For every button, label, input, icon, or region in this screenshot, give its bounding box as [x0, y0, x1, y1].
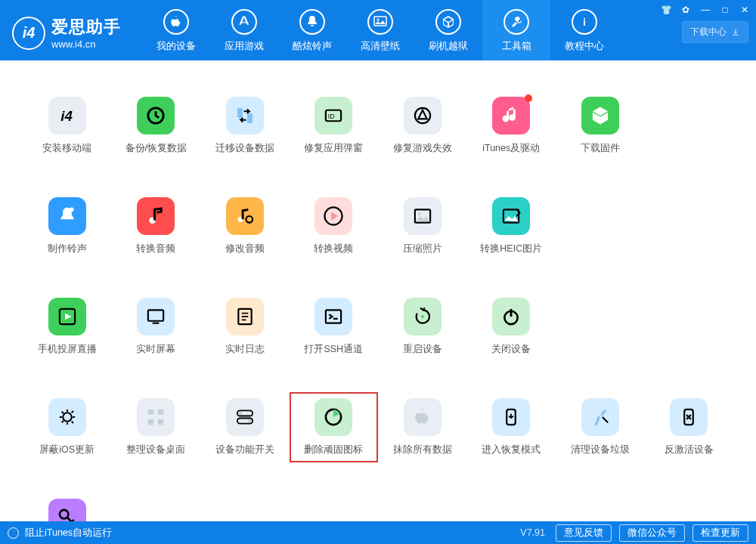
tool-transfer[interactable]: 迁移设备数据 [200, 91, 290, 161]
tool-box[interactable]: 下载固件 [556, 91, 645, 161]
screen-icon [137, 298, 175, 335]
tool-appleid[interactable]: 修复应用弹窗 [290, 91, 379, 161]
clock-icon [137, 97, 175, 134]
tool-label: 压缩照片 [403, 243, 442, 255]
nav-label: 应用游戏 [225, 39, 264, 53]
tool-label: 反激活设备 [665, 444, 714, 456]
tool-label: 制作铃声 [48, 243, 87, 255]
appstore-icon [231, 9, 257, 35]
tool-label: 转换音频 [136, 243, 175, 255]
tool-label: 实时屏幕 [136, 343, 175, 356]
window-controls: 👕 ✿ — □ ✕ [659, 3, 751, 17]
tool-key[interactable]: 访问限制 [23, 493, 112, 521]
tool-label: 进入恢复模式 [482, 444, 541, 456]
tool-recover[interactable]: 进入恢复模式 [467, 392, 556, 462]
download-icon [731, 28, 740, 37]
minimize-icon[interactable]: — [699, 3, 712, 17]
tool-pie[interactable]: 删除顽固图标 [290, 392, 379, 462]
tool-log[interactable]: 实时日志 [200, 292, 290, 362]
tool-appstore2[interactable]: 修复游戏失效 [378, 91, 467, 161]
tool-deact[interactable]: 反激活设备 [645, 392, 734, 462]
tool-restart[interactable]: 重启设备 [378, 292, 467, 362]
nav-label: 刷机越狱 [429, 39, 468, 53]
gearblock-icon [48, 398, 86, 436]
tool-grid[interactable]: 整理设备桌面 [112, 392, 201, 462]
switches-icon [226, 398, 264, 436]
tool-cast[interactable]: 手机投屏直播 [23, 292, 112, 362]
check-update-button[interactable]: 检查更新 [692, 524, 748, 542]
nav-info[interactable]: 教程中心 [550, 0, 618, 60]
tool-label: 迁移设备数据 [215, 142, 274, 155]
image-icon [404, 197, 442, 235]
tool-play[interactable]: 转换视频 [290, 191, 379, 261]
settings-icon[interactable]: ✿ [679, 3, 692, 17]
nav-appstore[interactable]: 应用游戏 [210, 0, 278, 60]
tool-image[interactable]: 压缩照片 [378, 191, 467, 261]
version-label: V7.91 [520, 527, 545, 538]
tool-label: 安装移动端 [42, 142, 91, 155]
deact-icon [670, 398, 708, 436]
feedback-button[interactable]: 意见反馈 [556, 524, 612, 542]
nav-apple[interactable]: 我的设备 [142, 0, 210, 60]
tool-label: 清理设备垃圾 [571, 444, 630, 456]
tool-clean[interactable]: 清理设备垃圾 [556, 392, 645, 462]
apple2-icon [404, 398, 442, 436]
main-nav: 我的设备应用游戏酷炫铃声高清壁纸刷机越狱工具箱教程中心 [142, 0, 618, 60]
tool-power[interactable]: 关闭设备 [467, 292, 556, 362]
nav-picture[interactable]: 高清壁纸 [346, 0, 414, 60]
transfer-icon [226, 97, 264, 134]
logo-badge-icon: i4 [12, 17, 45, 50]
picture-icon [367, 9, 393, 35]
nav-bell[interactable]: 酷炫铃声 [278, 0, 346, 60]
log-icon [226, 298, 264, 335]
tool-label: 打开SSH通道 [304, 343, 363, 356]
radio-off-icon[interactable] [8, 527, 19, 539]
tool-ssh[interactable]: 打开SSH通道 [290, 292, 379, 362]
nav-cube[interactable]: 刷机越狱 [414, 0, 482, 60]
tool-gearblock[interactable]: 屏蔽iOS更新 [23, 392, 112, 462]
tool-apple2[interactable]: 抹除所有数据 [378, 392, 467, 462]
tool-label: 转换HEIC图片 [480, 243, 542, 255]
app-header: 👕 ✿ — □ ✕ 下载中心 i4 爱思助手 www.i4.cn 我的设备应用游… [0, 0, 756, 60]
grid-icon [137, 398, 175, 436]
tool-label: 实时日志 [225, 343, 265, 356]
appleid-icon [314, 97, 352, 134]
cast-icon [48, 298, 86, 335]
app-logo[interactable]: i4 爱思助手 www.i4.cn [12, 16, 121, 50]
block-itunes-toggle[interactable]: 阻止iTunes自动运行 [25, 527, 112, 539]
nav-label: 我的设备 [156, 39, 196, 53]
tool-notegear[interactable]: 修改音频 [200, 191, 290, 261]
tool-music[interactable]: iTunes及驱动 [467, 91, 556, 161]
wechat-button[interactable]: 微信公众号 [619, 524, 685, 542]
tool-label: 整理设备桌面 [126, 444, 185, 456]
app-title: 爱思助手 [51, 16, 121, 39]
tool-heic[interactable]: 转换HEIC图片 [467, 191, 556, 261]
pie-icon [314, 398, 352, 436]
status-bar: 阻止iTunes自动运行 V7.91 意见反馈 微信公众号 检查更新 [0, 521, 756, 544]
close-icon[interactable]: ✕ [738, 3, 751, 17]
bell2-icon [48, 197, 86, 235]
theme-icon[interactable]: 👕 [659, 3, 673, 17]
tool-label: 修复游戏失效 [393, 142, 452, 155]
tool-note[interactable]: 转换音频 [112, 191, 201, 261]
tool-label: 备份/恢复数据 [125, 142, 187, 155]
tool-bell2[interactable]: 制作铃声 [23, 191, 112, 261]
download-center-button[interactable]: 下载中心 [682, 21, 748, 43]
tool-switches[interactable]: 设备功能开关 [200, 392, 290, 462]
tool-label: 屏蔽iOS更新 [39, 444, 94, 456]
tool-i4[interactable]: 安装移动端 [23, 91, 112, 161]
play-icon [314, 197, 352, 235]
tool-label: 转换视频 [314, 243, 353, 255]
tool-clock[interactable]: 备份/恢复数据 [112, 91, 201, 161]
maximize-icon[interactable]: □ [718, 3, 732, 17]
apple-icon [163, 9, 189, 35]
ssh-icon [314, 298, 352, 335]
nav-tools[interactable]: 工具箱 [482, 0, 550, 60]
music-icon [492, 97, 530, 134]
key-icon [48, 499, 86, 521]
tool-label: 删除顽固图标 [304, 444, 363, 456]
info-icon [572, 9, 597, 35]
power-icon [492, 298, 530, 335]
cube-icon [435, 9, 461, 35]
tool-screen[interactable]: 实时屏幕 [112, 292, 201, 362]
